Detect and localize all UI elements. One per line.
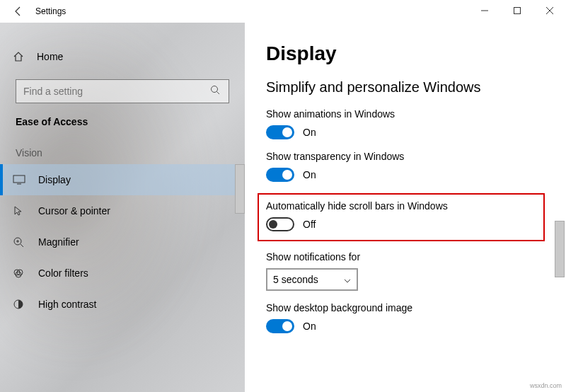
svg-line-3 [217,92,220,95]
toggle-animations[interactable] [266,125,294,139]
highlighted-setting: Automatically hide scroll bars in Window… [258,193,545,241]
setting-animations: Show animations in Windows On [266,108,552,139]
notifications-select[interactable]: 5 seconds [266,268,358,291]
svg-line-7 [21,244,23,247]
color-filters-icon [13,267,28,279]
nav-item-color-filters[interactable]: Color filters [0,258,245,289]
nav-item-display[interactable]: Display [0,164,245,195]
sidebar-scrollbar[interactable] [235,164,245,214]
content-pane: Display Simplify and personalize Windows… [245,23,566,392]
titlebar: Settings [0,0,566,23]
setting-label: Show transparency in Windows [266,151,552,162]
search-input[interactable] [23,86,210,97]
nav-item-label: Display [38,174,71,185]
back-button[interactable] [8,1,28,21]
home-nav[interactable]: Home [0,42,245,71]
high-contrast-icon [13,299,28,310]
svg-rect-4 [13,175,25,183]
display-icon [13,175,28,185]
page-subtitle: Simplify and personalize Windows [266,79,552,96]
group-label: Vision [0,127,245,164]
content-scrollbar[interactable] [555,221,565,277]
setting-transparency: Show transparency in Windows On [266,151,552,182]
cursor-icon [13,205,28,217]
toggle-state: On [303,127,316,138]
nav-item-label: Magnifier [38,236,79,248]
setting-label: Automatically hide scroll bars in Window… [266,200,536,212]
chevron-down-icon [344,274,351,285]
nav-item-label: Color filters [38,267,88,279]
minimize-button[interactable] [468,0,501,21]
sidebar: Home Ease of Access Vision Display Curso… [0,23,245,392]
window-title: Settings [35,6,66,16]
close-button[interactable] [533,0,566,21]
toggle-state: Off [303,219,316,230]
nav-item-cursor[interactable]: Cursor & pointer [0,195,245,226]
toggle-transparency[interactable] [266,168,294,182]
home-label: Home [37,51,63,62]
home-icon [13,51,27,62]
toggle-state: On [303,321,316,332]
page-title: Display [266,42,552,65]
watermark: wsxdn.com [530,382,562,389]
nav-item-high-contrast[interactable]: High contrast [0,289,245,320]
setting-label: Show desktop background image [266,302,552,313]
svg-rect-1 [514,8,521,14]
setting-hide-scrollbars: Automatically hide scroll bars in Window… [266,200,536,231]
search-box[interactable] [16,79,229,103]
select-value: 5 seconds [273,274,318,285]
setting-label: Show notifications for [266,251,552,263]
nav-item-label: High contrast [38,299,96,310]
magnifier-icon [13,236,28,248]
maximize-button[interactable] [501,0,533,21]
setting-label: Show animations in Windows [266,108,552,120]
setting-notifications: Show notifications for 5 seconds [266,251,552,291]
toggle-state: On [303,169,316,180]
setting-desktop-bg: Show desktop background image On [266,302,552,333]
nav-item-magnifier[interactable]: Magnifier [0,226,245,258]
svg-point-2 [212,86,218,93]
nav-item-label: Cursor & pointer [38,205,110,217]
nav-list: Display Cursor & pointer Magnifier Color… [0,164,245,320]
toggle-hide-scrollbars[interactable] [266,217,294,231]
category-heading: Ease of Access [0,103,245,127]
toggle-desktop-bg[interactable] [266,319,294,333]
search-icon [210,85,221,98]
window-controls [468,0,566,21]
